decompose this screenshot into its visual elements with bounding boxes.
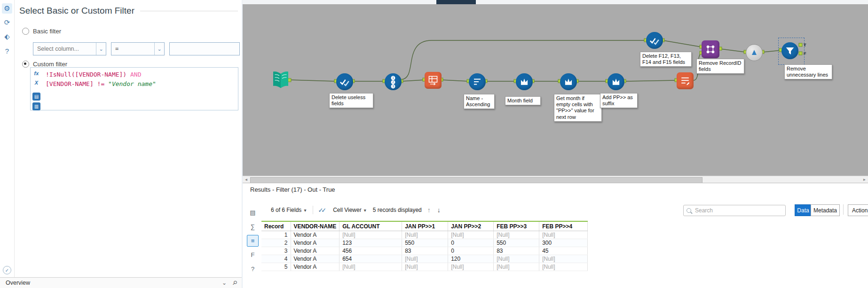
crown-icon bbox=[517, 75, 531, 89]
table-cell[interactable]: [Null] bbox=[539, 231, 588, 239]
gear-icon[interactable]: ⚙ bbox=[2, 3, 12, 14]
tool-annotation[interactable]: Month field bbox=[505, 96, 541, 105]
table-cell[interactable]: 550 bbox=[494, 239, 539, 247]
azure-tool[interactable] bbox=[746, 44, 763, 61]
tool-annotation[interactable]: Delete F12, F13, F14 and F15 fields bbox=[640, 52, 692, 67]
sigma-icon[interactable]: ∑ bbox=[247, 221, 259, 233]
filter-value-input[interactable] bbox=[169, 42, 240, 55]
document-icon[interactable]: ≡ bbox=[247, 235, 259, 247]
table-row: 1Vendor A[Null][Null][Null][Null][Null] bbox=[261, 231, 588, 239]
double-check-icon bbox=[338, 75, 352, 89]
scroll-left-arrow[interactable]: ◄ bbox=[243, 176, 250, 183]
help-icon[interactable]: ? bbox=[2, 46, 12, 56]
tool-annotation[interactable]: Get month if empty cells with "PP>>" val… bbox=[554, 94, 602, 122]
field-info-icon[interactable]: F bbox=[247, 249, 259, 261]
tool-annotation[interactable]: Remove unnecessary lines bbox=[784, 64, 832, 79]
join-circles-icon bbox=[703, 42, 718, 56]
table-cell[interactable]: [Null] bbox=[402, 255, 448, 263]
table-cell[interactable]: 300 bbox=[539, 239, 588, 247]
table-cell[interactable]: 0 bbox=[448, 239, 494, 247]
operator-dropdown[interactable]: = ⌄ bbox=[111, 42, 165, 55]
refresh-icon[interactable]: ⟳ bbox=[2, 17, 12, 28]
table-cell[interactable]: 0 bbox=[448, 247, 494, 255]
table-cell[interactable]: [Null] bbox=[494, 231, 539, 239]
multirow-formula-tool-3[interactable] bbox=[608, 73, 624, 90]
workflow-tab[interactable] bbox=[436, 0, 476, 4]
search-input[interactable] bbox=[694, 207, 782, 214]
column-select-dropdown[interactable]: Select column... ⌄ bbox=[33, 42, 106, 55]
table-cell[interactable]: [Null] bbox=[339, 231, 402, 239]
stacked-sheets-icon[interactable]: ▤ bbox=[247, 207, 259, 218]
folder-icon[interactable]: ▤ bbox=[32, 93, 40, 101]
tool-annotation[interactable]: Add PP>> as suffix bbox=[600, 93, 638, 108]
metadata-toggle-button[interactable]: Metadata bbox=[811, 204, 840, 216]
multirow-formula-tool-2[interactable] bbox=[560, 73, 577, 90]
table-cell[interactable]: [Null] bbox=[448, 263, 494, 271]
table-cell[interactable]: Vendor A bbox=[291, 239, 339, 247]
tool-annotation[interactable]: Name - Ascending bbox=[464, 94, 495, 109]
custom-filter-radio[interactable] bbox=[22, 61, 29, 68]
transpose-tool[interactable] bbox=[425, 72, 442, 89]
chevron-down-icon[interactable]: ⌄ bbox=[219, 280, 229, 286]
tool-annotation[interactable]: Delete useless fields bbox=[329, 93, 373, 108]
previous-record-icon[interactable]: ↑ bbox=[426, 206, 432, 214]
table-cell[interactable]: 456 bbox=[339, 247, 402, 255]
sort-tool[interactable] bbox=[469, 73, 486, 90]
dynamic-rename-tool[interactable] bbox=[677, 72, 694, 89]
expression-editor[interactable]: fx X ▤ ▥ !IsNull([VENDOR-NAME]) AND [VEN… bbox=[30, 67, 238, 110]
results-search[interactable] bbox=[683, 205, 786, 216]
record-number-cell[interactable]: 4 bbox=[261, 255, 291, 263]
fx-icon[interactable]: fx bbox=[32, 69, 40, 77]
column-header: FEB PP>>4 bbox=[539, 221, 588, 231]
basic-filter-radio[interactable] bbox=[22, 28, 29, 35]
table-cell[interactable]: 45 bbox=[539, 247, 588, 255]
next-record-icon[interactable]: ↓ bbox=[436, 206, 442, 214]
table-cell[interactable]: [Null] bbox=[539, 255, 588, 263]
table-cell[interactable]: [Null] bbox=[539, 263, 588, 271]
table-cell[interactable]: 83 bbox=[402, 247, 448, 255]
record-number-cell[interactable]: 1 bbox=[261, 231, 291, 239]
join-multiple-tool[interactable] bbox=[702, 40, 719, 58]
table-cell[interactable]: 120 bbox=[448, 255, 494, 263]
select-all-fields-icon[interactable]: ✓✓ bbox=[318, 207, 326, 214]
record-number-cell[interactable]: 5 bbox=[261, 263, 291, 271]
select-tool-1[interactable] bbox=[336, 73, 353, 90]
table-cell[interactable]: [Null] bbox=[402, 231, 448, 239]
table-cell[interactable]: [Null] bbox=[448, 231, 494, 239]
workflow-canvas[interactable]: T F 1 2 3 bbox=[243, 4, 868, 176]
data-toggle-button[interactable]: Data bbox=[795, 204, 812, 216]
filter-tool[interactable] bbox=[781, 42, 798, 59]
variables-icon[interactable]: X bbox=[32, 78, 40, 86]
table-cell[interactable]: 83 bbox=[494, 247, 539, 255]
record-number-cell[interactable]: 3 bbox=[261, 247, 291, 255]
tool-annotation[interactable]: Remove RecordID fields bbox=[696, 59, 744, 74]
help-icon[interactable]: ? bbox=[247, 263, 259, 275]
table-cell[interactable]: [Null] bbox=[339, 263, 402, 271]
table-cell[interactable]: [Null] bbox=[494, 255, 539, 263]
save-icon[interactable]: ▥ bbox=[32, 102, 40, 110]
scroll-right-arrow[interactable]: ► bbox=[861, 176, 868, 183]
canvas-horizontal-scrollbar[interactable]: ◄ ► bbox=[243, 176, 868, 183]
table-cell[interactable]: Vendor A bbox=[291, 247, 339, 255]
fields-dropdown[interactable]: 6 of 6 Fields ▾ bbox=[269, 205, 308, 215]
table-cell[interactable]: [Null] bbox=[494, 263, 539, 271]
tag-icon[interactable]: ⬖ bbox=[2, 31, 12, 42]
table-cell[interactable]: 550 bbox=[402, 239, 448, 247]
expression-code[interactable]: !IsNull([VENDOR-NAME]) AND [VENDOR-NAME]… bbox=[43, 68, 238, 110]
select-tool-2[interactable] bbox=[646, 32, 663, 49]
record-number-cell[interactable]: 2 bbox=[261, 239, 291, 247]
table-cell[interactable]: 123 bbox=[339, 239, 402, 247]
check-circle-icon[interactable]: ✓ bbox=[3, 266, 11, 274]
results-table-body: 1Vendor A[Null][Null][Null][Null][Null]2… bbox=[261, 231, 588, 271]
table-cell[interactable]: Vendor A bbox=[291, 231, 339, 239]
input-data-tool[interactable] bbox=[272, 70, 290, 92]
table-cell[interactable]: 654 bbox=[339, 255, 402, 263]
pin-icon[interactable]: ⚲ bbox=[229, 280, 240, 286]
table-cell[interactable]: Vendor A bbox=[291, 255, 339, 263]
cell-viewer-dropdown[interactable]: Cell Viewer ▾ bbox=[331, 205, 368, 215]
table-cell[interactable]: [Null] bbox=[402, 263, 448, 271]
multirow-formula-tool-1[interactable] bbox=[516, 73, 533, 90]
table-cell[interactable]: Vendor A bbox=[291, 263, 339, 271]
action-button[interactable]: Action bbox=[848, 204, 868, 216]
record-id-tool[interactable]: 1 2 3 bbox=[385, 73, 402, 90]
